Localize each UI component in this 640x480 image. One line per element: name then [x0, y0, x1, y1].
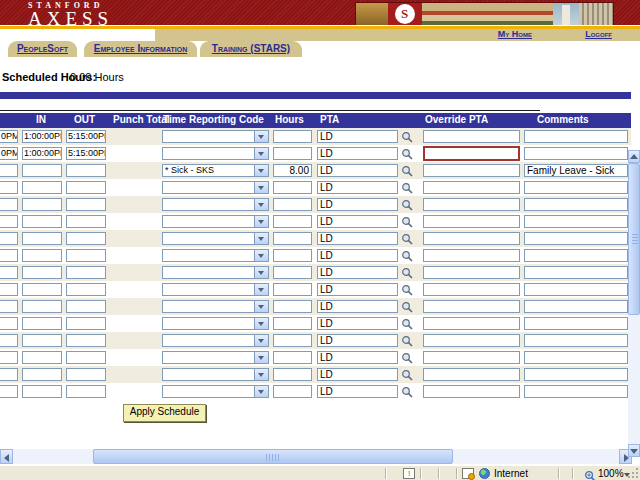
- pta-lookup-icon[interactable]: [401, 368, 414, 381]
- time-reporting-code-select[interactable]: [162, 249, 269, 262]
- in-field[interactable]: [22, 198, 62, 211]
- out-field[interactable]: 5:15:00PM: [66, 130, 106, 143]
- pta-field[interactable]: LD: [317, 232, 398, 245]
- out-field[interactable]: [66, 283, 106, 296]
- scroll-up-button[interactable]: [628, 150, 640, 163]
- time-reporting-code-select[interactable]: [162, 130, 269, 143]
- out-field[interactable]: [66, 266, 106, 279]
- hours-field[interactable]: [273, 385, 312, 398]
- window-resize-grip[interactable]: [627, 467, 639, 479]
- comments-field[interactable]: [524, 368, 628, 381]
- pta-lookup-icon[interactable]: [401, 232, 414, 245]
- in-field[interactable]: [22, 385, 62, 398]
- hours-field[interactable]: [273, 130, 312, 143]
- tab-training-stars[interactable]: Training (STARS): [200, 41, 302, 57]
- override-pta-field[interactable]: [423, 266, 520, 279]
- hours-field[interactable]: [273, 300, 312, 313]
- dropdown-button[interactable]: [254, 267, 268, 278]
- time-reporting-code-select[interactable]: [162, 181, 269, 194]
- pta-field[interactable]: LD: [317, 198, 398, 211]
- hours-field[interactable]: [273, 181, 312, 194]
- pta-lookup-icon[interactable]: [401, 300, 414, 313]
- dropdown-button[interactable]: [254, 165, 268, 176]
- time-reporting-code-select[interactable]: [162, 351, 269, 364]
- in-field[interactable]: [22, 351, 62, 364]
- horizontal-scroll-thumb[interactable]: [93, 449, 453, 464]
- comments-field[interactable]: [524, 266, 628, 279]
- comments-field[interactable]: [524, 334, 628, 347]
- override-pta-field[interactable]: [423, 232, 520, 245]
- vertical-scrollbar[interactable]: [628, 150, 640, 457]
- in-field[interactable]: [22, 334, 62, 347]
- pta-field[interactable]: LD: [317, 334, 398, 347]
- time-reporting-code-select[interactable]: [162, 334, 269, 347]
- in-field[interactable]: [22, 283, 62, 296]
- override-pta-field[interactable]: [423, 146, 520, 161]
- override-pta-field[interactable]: [423, 385, 520, 398]
- time-reporting-code-select[interactable]: [162, 300, 269, 313]
- dropdown-button[interactable]: [254, 250, 268, 261]
- in-field[interactable]: 1:00:00PM: [22, 147, 62, 160]
- hours-field[interactable]: [273, 215, 312, 228]
- pta-lookup-icon[interactable]: [401, 266, 414, 279]
- apply-schedule-button[interactable]: Apply Schedule: [123, 404, 206, 422]
- prev-out-field[interactable]: [0, 215, 18, 228]
- override-pta-field[interactable]: [423, 181, 520, 194]
- tab-employee-information[interactable]: Employee Information: [84, 41, 197, 57]
- out-field[interactable]: [66, 368, 106, 381]
- override-pta-field[interactable]: [423, 317, 520, 330]
- prev-out-field[interactable]: [0, 334, 18, 347]
- hours-field[interactable]: [273, 198, 312, 211]
- prev-out-field[interactable]: [0, 266, 18, 279]
- pta-lookup-icon[interactable]: [401, 385, 414, 398]
- comments-field[interactable]: [524, 130, 628, 143]
- pta-lookup-icon[interactable]: [401, 181, 414, 194]
- out-field[interactable]: [66, 164, 106, 177]
- override-pta-field[interactable]: [423, 130, 520, 143]
- pta-lookup-icon[interactable]: [401, 351, 414, 364]
- scroll-down-button[interactable]: [628, 444, 640, 457]
- prev-out-field[interactable]: [0, 283, 18, 296]
- in-field[interactable]: [22, 164, 62, 177]
- dropdown-button[interactable]: [254, 182, 268, 193]
- pta-field[interactable]: LD: [317, 164, 398, 177]
- in-field[interactable]: [22, 232, 62, 245]
- override-pta-field[interactable]: [423, 164, 520, 177]
- out-field[interactable]: [66, 334, 106, 347]
- hours-field[interactable]: [273, 351, 312, 364]
- hours-field[interactable]: [273, 368, 312, 381]
- prev-out-field[interactable]: [0, 300, 18, 313]
- override-pta-field[interactable]: [423, 215, 520, 228]
- out-field[interactable]: [66, 249, 106, 262]
- dropdown-button[interactable]: [254, 301, 268, 312]
- comments-field[interactable]: [524, 351, 628, 364]
- prev-out-field[interactable]: 0PM: [0, 130, 18, 143]
- comments-field[interactable]: [524, 181, 628, 194]
- time-reporting-code-select[interactable]: [162, 215, 269, 228]
- in-field[interactable]: [22, 215, 62, 228]
- dropdown-button[interactable]: [254, 131, 268, 142]
- pta-lookup-icon[interactable]: [401, 334, 414, 347]
- privacy-report-icon[interactable]: [462, 468, 474, 479]
- out-field[interactable]: [66, 181, 106, 194]
- time-reporting-code-select[interactable]: [162, 385, 269, 398]
- override-pta-field[interactable]: [423, 351, 520, 364]
- pta-field[interactable]: LD: [317, 266, 398, 279]
- in-field[interactable]: [22, 300, 62, 313]
- pta-field[interactable]: LD: [317, 130, 398, 143]
- prev-out-field[interactable]: [0, 164, 18, 177]
- comments-field[interactable]: [524, 283, 628, 296]
- pta-field[interactable]: LD: [317, 368, 398, 381]
- out-field[interactable]: [66, 385, 106, 398]
- override-pta-field[interactable]: [423, 300, 520, 313]
- prev-out-field[interactable]: 0PM: [0, 147, 18, 160]
- pta-lookup-icon[interactable]: [401, 249, 414, 262]
- pta-lookup-icon[interactable]: [401, 164, 414, 177]
- out-field[interactable]: [66, 351, 106, 364]
- out-field[interactable]: [66, 198, 106, 211]
- in-field[interactable]: 1:00:00PM: [22, 130, 62, 143]
- comments-field[interactable]: [524, 215, 628, 228]
- override-pta-field[interactable]: [423, 368, 520, 381]
- pta-lookup-icon[interactable]: [401, 215, 414, 228]
- dropdown-button[interactable]: [254, 284, 268, 295]
